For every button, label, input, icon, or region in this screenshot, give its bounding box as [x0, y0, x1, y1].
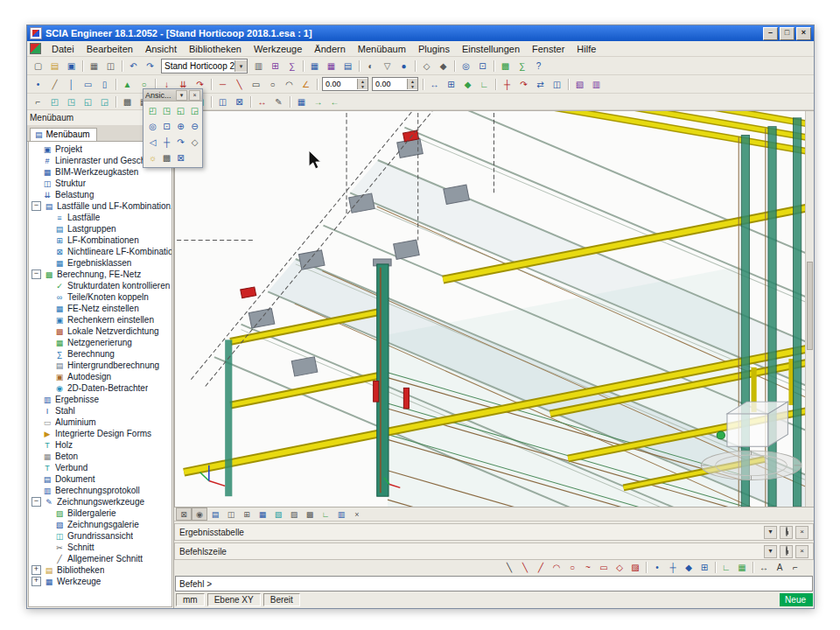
table-view-icon[interactable]: ▦ [293, 94, 310, 109]
support-icon[interactable]: ▲ [119, 76, 136, 92]
tree-item[interactable]: ▤Lastgruppen [29, 223, 172, 234]
new-action-button[interactable]: Neue [780, 593, 813, 606]
collapse-icon[interactable]: − [32, 201, 41, 211]
table-input-icon[interactable]: ▦ [306, 58, 323, 74]
ergebnis-pin-button[interactable] [780, 526, 793, 539]
tree-item[interactable]: ⇊Belastung [29, 189, 172, 200]
layer-filter-icon[interactable]: ▽ [379, 58, 396, 74]
import-icon[interactable]: ← [326, 94, 343, 109]
menu--ndern[interactable]: Ändern [308, 43, 351, 55]
line-icon[interactable]: ─ [214, 76, 231, 92]
coordinate-spinner[interactable]: 0.00▲▼ [372, 77, 418, 91]
rect-tool-icon[interactable]: ▭ [596, 560, 612, 576]
view-front-icon[interactable]: ◰ [145, 103, 160, 118]
tab-menubaum[interactable]: ▤ Menübaum [30, 128, 97, 141]
polyline-tool-icon[interactable]: ╱ [533, 560, 549, 576]
command-line-input[interactable]: Befehl > [175, 576, 813, 592]
combobox-arrow-icon[interactable]: ▾ [234, 60, 247, 72]
tree-item[interactable]: ▦FE-Netz einstellen [29, 303, 172, 314]
grid-icon[interactable]: ⊞ [443, 76, 459, 92]
menu-bibliotheken[interactable]: Bibliotheken [183, 43, 248, 55]
activity-icon[interactable]: ◐ [362, 58, 379, 74]
tree-item[interactable]: ╱Allgemeiner Schnitt [29, 553, 172, 564]
tree-item[interactable]: ▧Zeichnungsgalerie [29, 519, 172, 530]
collapse-icon[interactable]: − [32, 270, 41, 279]
viewport-scrollbar[interactable] [805, 111, 814, 507]
view-back-icon[interactable]: ◳ [159, 103, 174, 118]
tree-item[interactable]: THolz [29, 439, 172, 451]
circle-tool-icon[interactable]: ○ [564, 560, 580, 576]
calculation-icon[interactable]: ∑ [514, 58, 530, 74]
mesh-icon[interactable]: ▩ [497, 58, 514, 74]
table-results-icon[interactable]: ▦ [323, 58, 340, 74]
zoom-window-icon[interactable]: ⊡ [474, 58, 491, 74]
visibility-icon[interactable]: ● [396, 58, 412, 74]
zoom-all-icon[interactable]: ◎ [145, 119, 160, 134]
rectangle-icon[interactable]: ▭ [248, 76, 264, 92]
render-icon[interactable]: ▩ [119, 94, 136, 109]
tree-item[interactable]: ▦Beton [29, 451, 172, 462]
viewport-view1-icon[interactable]: ▦ [255, 508, 270, 521]
perspective-icon[interactable]: ◇ [187, 135, 202, 150]
arc-tool-icon[interactable]: ◠ [549, 560, 564, 576]
collapse-icon[interactable]: − [32, 497, 41, 507]
viewport-label-icon[interactable]: ▥ [333, 508, 349, 521]
grid-toggle-icon[interactable]: ▦ [734, 560, 750, 576]
tree-item[interactable]: −✎Zeichnungswerkzeuge [29, 496, 172, 508]
clip-box-icon[interactable]: ⊠ [231, 94, 248, 109]
results-sum-icon[interactable]: ∑ [284, 58, 300, 74]
dim-tool-icon[interactable]: ↔ [756, 560, 772, 576]
new-file-icon[interactable]: ▢ [30, 58, 46, 74]
tree-item[interactable]: ▦Netzgenerierung [29, 337, 172, 348]
spline-tool-icon[interactable]: ~ [580, 560, 596, 576]
open-file-icon[interactable]: ▤ [46, 58, 63, 74]
wall-icon[interactable]: ▯ [96, 76, 113, 92]
snap-end-icon[interactable]: ◆ [681, 560, 696, 576]
text-tool-icon[interactable]: A [772, 560, 788, 576]
tree-item[interactable]: IStahl [29, 405, 172, 416]
tree-item[interactable]: ◫Grundrissansicht [29, 530, 172, 542]
rotate-view-icon[interactable]: ↷ [173, 135, 188, 150]
menu-men-baum[interactable]: Menübaum [352, 43, 412, 55]
snap-point-icon[interactable]: • [649, 560, 665, 576]
line-tool-icon[interactable]: ╲ [517, 560, 533, 576]
dimension-line-icon[interactable]: ↔ [254, 94, 270, 109]
befehl-close-button[interactable]: × [795, 545, 808, 558]
rotate-icon[interactable]: ↷ [515, 76, 532, 92]
viewport-axes-icon[interactable]: ∟ [318, 508, 333, 521]
spinner-arrows-icon[interactable]: ▲▼ [357, 79, 368, 89]
viewport-grid-icon[interactable]: ⊞ [239, 508, 255, 521]
zoom-selection-icon[interactable]: ⊡ [159, 119, 174, 134]
palette-close-button[interactable]: × [189, 90, 200, 101]
viewport-layout-icon[interactable]: ▤ [207, 508, 223, 521]
ergebnis-dropdown-button[interactable]: ▾ [764, 526, 777, 539]
layers-icon[interactable]: ▧ [571, 76, 588, 92]
viewport-render-icon[interactable]: ▩ [302, 508, 318, 521]
tree-item[interactable]: ⊠Nichtlineare LF-Kombinatio... [29, 246, 172, 257]
scrollbar-thumb[interactable] [807, 262, 813, 350]
render-mode-icon[interactable]: ▩ [159, 150, 174, 165]
spinner-arrows-icon[interactable]: ▲▼ [407, 79, 417, 89]
save-icon[interactable]: ▣ [63, 58, 80, 74]
tree-item[interactable]: ∞Teile/Knoten koppeln [29, 291, 172, 303]
document-icon[interactable] [30, 43, 41, 54]
viewport-pin-icon[interactable]: ◉ [192, 508, 207, 521]
tree-item[interactable]: ⊞LF-Kombinationen [29, 234, 172, 246]
tree-item[interactable]: TVerbund [29, 462, 172, 473]
dimension-icon[interactable]: ↔ [426, 76, 443, 92]
viewport-view3-icon[interactable]: ▨ [286, 508, 302, 521]
pan-icon[interactable]: ┼ [159, 135, 174, 150]
circle-icon[interactable]: ○ [264, 76, 281, 92]
menu-plugins[interactable]: Plugins [412, 43, 456, 55]
tree-item[interactable]: ▶Integrierte Design Forms [29, 428, 172, 439]
menu-ansicht[interactable]: Ansicht [139, 43, 183, 55]
light-icon[interactable]: ☼ [145, 150, 160, 165]
tree-item[interactable]: ◉2D-Daten-Betrachter [29, 382, 172, 394]
viewport-canvas[interactable] [175, 111, 814, 507]
close-button[interactable]: × [796, 27, 811, 40]
select-cursor-icon[interactable]: ╲ [501, 560, 517, 576]
tree-item[interactable]: ▩Lokale Netzverdichtung [29, 326, 172, 337]
ortho-toggle-icon[interactable]: ∟ [718, 560, 734, 576]
node-icon[interactable]: • [30, 76, 46, 92]
palette-titlebar[interactable]: Ansic... ▾ × [144, 89, 202, 102]
